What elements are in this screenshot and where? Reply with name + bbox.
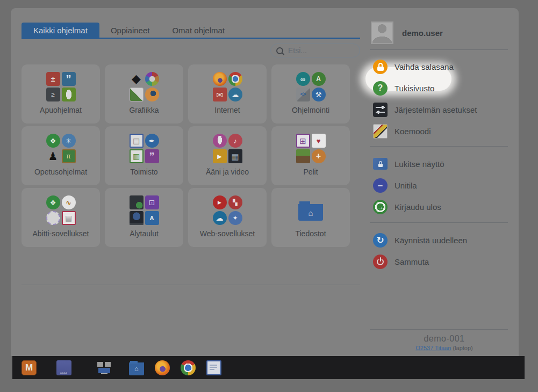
launcher-tabs: Kaikki ohjelmat Oppiaineet Omat ohjelmat bbox=[21, 23, 236, 38]
sidebar-item-sammuta[interactable]: Sammuta bbox=[373, 251, 519, 272]
icon-cluster: ▶ ▚ ☁ ✦ bbox=[213, 195, 242, 226]
search-input[interactable] bbox=[287, 46, 354, 55]
category-tile-alytaulut[interactable]: ⊡ A Älytaulut bbox=[105, 188, 183, 247]
divider bbox=[370, 222, 508, 223]
divider bbox=[370, 146, 508, 147]
chrome-icon bbox=[228, 72, 242, 86]
code-editor-icon: <> bbox=[296, 88, 310, 101]
device-model-link[interactable]: O2537 Titaan bbox=[415, 345, 451, 351]
workspaces-icon[interactable] bbox=[97, 360, 112, 375]
menu-button[interactable]: M bbox=[21, 360, 37, 375]
microphone-icon bbox=[213, 134, 227, 148]
arduino-icon: ∞ bbox=[296, 72, 310, 86]
category-label: Ohjelmointi bbox=[292, 106, 329, 114]
pen-icon: ✒ bbox=[145, 134, 159, 148]
sidebar-item-label: Kirjaudu ulos bbox=[394, 202, 441, 212]
user-row: demo.user bbox=[371, 20, 519, 45]
category-label: Internet bbox=[214, 106, 240, 114]
sidebar-item-label: Lukitse näyttö bbox=[394, 159, 444, 169]
music-note-icon: ♪ bbox=[228, 134, 242, 148]
chrome-icon[interactable] bbox=[181, 360, 196, 375]
icon-cluster: ∞ A <> ⚒ bbox=[296, 72, 326, 103]
terminal-icon: ≥ bbox=[46, 88, 60, 101]
category-label: Opetusohjelmat bbox=[34, 168, 87, 176]
icon-cluster: ⊞ ♥ + bbox=[296, 134, 326, 164]
show-desktop-icon[interactable] bbox=[56, 360, 71, 375]
icon-cluster: ❖ ✳ ♟ π bbox=[46, 134, 76, 164]
tab-kaikki-ohjelmat[interactable]: Kaikki ohjelmat bbox=[21, 23, 99, 38]
category-tile-internet[interactable]: ✉ ☁ Internet bbox=[188, 64, 267, 124]
category-tile-abitti-sovellukset[interactable]: ❖ ∿ ▤ Abitti-sovellukset bbox=[21, 188, 100, 247]
compass-icon: ✦ bbox=[228, 211, 242, 225]
media-play-icon: ▶ bbox=[213, 149, 227, 163]
sidebar-item-tukisivusto[interactable]: ? Tukisivusto bbox=[373, 77, 519, 99]
tux-icon: ♟ bbox=[46, 149, 60, 163]
category-tile-toimisto[interactable]: ▤ ✒ ▥ ” Toimisto bbox=[105, 126, 183, 185]
sidebar-item-unitila[interactable]: – Unitila bbox=[373, 175, 519, 196]
category-tile-grafiikka[interactable]: ◆ Grafiikka bbox=[105, 64, 183, 124]
writer-doc-icon: ▤ bbox=[130, 134, 144, 148]
sidebar-item-kirjaudu-ulos[interactable]: → Kirjaudu ulos bbox=[373, 196, 519, 217]
restart-icon: ↻ bbox=[373, 233, 388, 248]
tab-oppiaineet[interactable]: Oppiaineet bbox=[99, 23, 161, 38]
document-icon: ▤ bbox=[62, 211, 76, 225]
lock-icon bbox=[373, 60, 388, 74]
divider bbox=[370, 329, 508, 330]
mail-icon: ✉ bbox=[213, 88, 227, 101]
sleep-icon: – bbox=[373, 178, 388, 193]
tab-omat-ohjelmat[interactable]: Omat ohjelmat bbox=[161, 23, 236, 38]
inkscape-icon: ◆ bbox=[130, 72, 144, 86]
sidebar-item-jarjestelman-asetukset[interactable]: Järjestelmän asetukset bbox=[373, 99, 519, 120]
screen-annotate-icon bbox=[130, 195, 144, 209]
icon-cluster: ▤ ✒ ▥ ” bbox=[130, 134, 159, 164]
sidebar-item-koemoodi[interactable]: Koemoodi bbox=[373, 120, 519, 142]
tab-underline bbox=[21, 38, 360, 39]
icon-cluster: ❖ ∿ ▤ bbox=[46, 195, 76, 226]
cloud-icon: ☁ bbox=[228, 88, 242, 101]
category-label: Grafiikka bbox=[129, 106, 159, 114]
category-tile-opetusohjelmat[interactable]: ❖ ✳ ♟ π Opetusohjelmat bbox=[21, 126, 100, 185]
avatar bbox=[371, 21, 393, 44]
category-tile-pelit[interactable]: ⊞ ♥ + Pelit bbox=[271, 126, 350, 185]
exam-pencil-icon bbox=[373, 124, 388, 139]
sidebar-item-label: Tukisivusto bbox=[394, 84, 434, 93]
sidebar-item-kaynnista-uudelleen[interactable]: ↻ Käynnistä uudelleen bbox=[373, 229, 519, 251]
sidebar-item-lukitse-naytto[interactable]: Lukitse näyttö bbox=[373, 153, 519, 175]
video-editor-icon: ▦ bbox=[228, 149, 242, 163]
sidebar-item-label: Käynnistä uudelleen bbox=[394, 236, 467, 245]
device-type: (laptop) bbox=[453, 345, 472, 351]
settings-sliders-icon bbox=[373, 103, 388, 117]
divider bbox=[370, 49, 508, 50]
category-label: Apuohjelmat bbox=[40, 106, 82, 114]
icon-cluster: ◆ bbox=[130, 72, 159, 103]
crop-tool-icon: ⊡ bbox=[145, 195, 159, 209]
sidebar-item-label: Unitila bbox=[394, 181, 417, 190]
category-tile-apuohjelmat[interactable]: ± ” ≥ Apuohjelmat bbox=[21, 64, 100, 124]
sidebar-item-label: Järjestelmän asetukset bbox=[394, 105, 477, 114]
content-divider bbox=[21, 285, 360, 285]
writer-icon[interactable] bbox=[206, 360, 221, 375]
sidebar-item-vaihda-salasana[interactable]: Vaihda salasana bbox=[373, 56, 519, 77]
category-tile-tiedostot[interactable]: ⌂ Tiedostot bbox=[271, 188, 350, 247]
build-tool-icon: ⚒ bbox=[312, 88, 326, 101]
sidebar-item-label: Koemoodi bbox=[394, 127, 431, 136]
category-tile-ohjelmointi[interactable]: ∞ A <> ⚒ Ohjelmointi bbox=[271, 64, 350, 124]
icon-cluster: ✉ ☁ bbox=[213, 72, 242, 103]
hostname: demo-001 bbox=[370, 334, 519, 344]
minecraft-icon bbox=[296, 149, 310, 163]
firefox-icon[interactable] bbox=[155, 360, 170, 375]
screen: Kaikki ohjelmat Oppiaineet Omat ohjelmat… bbox=[0, 0, 538, 392]
category-tile-web-sovellukset[interactable]: ▶ ▚ ☁ ✦ Web-sovellukset bbox=[188, 188, 267, 247]
category-label: Älytaulut bbox=[130, 229, 159, 238]
category-label: Pelit bbox=[303, 168, 318, 176]
category-tile-aani-ja-video[interactable]: ♪ ▶ ▦ Ääni ja video bbox=[188, 126, 267, 185]
card-game-icon: ♥ bbox=[312, 134, 326, 148]
session-sidebar: demo.user Vaihda salasana ? Tukisivusto … bbox=[370, 8, 519, 356]
taskbar: M ⌂ bbox=[12, 356, 525, 379]
category-label: Web-sovellukset bbox=[200, 229, 255, 238]
file-manager-icon[interactable]: ⌂ bbox=[129, 360, 144, 375]
power-icon bbox=[373, 255, 388, 269]
dashed-ring-icon bbox=[46, 211, 60, 225]
graduation-cap-icon: ❖ bbox=[46, 195, 60, 209]
search-box[interactable] bbox=[270, 43, 360, 57]
